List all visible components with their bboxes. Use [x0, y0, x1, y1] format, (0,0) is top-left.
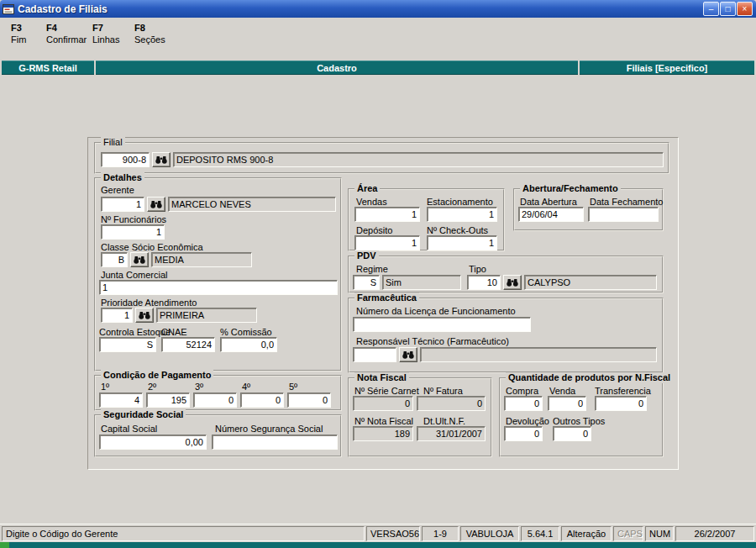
toolbar-key-f8: F8: [134, 22, 165, 34]
maximize-button[interactable]: □: [720, 2, 736, 16]
data-fechamento-input[interactable]: [588, 207, 659, 222]
toolbar-label-confirmar: Confirmar: [46, 34, 87, 45]
toolbar-item-confirmar[interactable]: F4 Confirmar: [46, 22, 87, 45]
statusbar-version: VERSAO565: [366, 526, 420, 541]
nota-fiscal-display: 189: [353, 426, 413, 441]
cnae-label: CNAE: [161, 327, 187, 337]
responsavel-lookup-button[interactable]: [399, 347, 417, 362]
tipo-label: Tipo: [469, 264, 486, 274]
statusbar-build: 5.64.1: [521, 526, 559, 541]
binoculars-icon: [507, 278, 518, 287]
header-screen-title: Filiais [Especifico]: [580, 61, 754, 75]
responsavel-code-input[interactable]: [353, 347, 396, 362]
data-abertura-label: Data Abertura: [520, 197, 577, 207]
estacionamento-label: Estacionamento: [427, 197, 493, 207]
binoculars-icon: [402, 350, 414, 359]
responsavel-label: Responsável Técnico (Farmacêutico): [356, 336, 509, 346]
devolucao-label: Devolução: [506, 416, 549, 426]
binoculars-icon: [139, 311, 150, 319]
nota-fiscal-label: Nº Nota Fiscal: [354, 416, 413, 426]
group-quantidade-legend: Quantidade de produtos por N.Fiscal: [506, 372, 673, 383]
header-app-name: G-RMS Retail: [2, 61, 94, 75]
toolbar-key-f7: F7: [92, 22, 119, 34]
numero-seguranca-label: Número Segurança Social: [215, 424, 323, 434]
minimize-button[interactable]: –: [703, 2, 719, 16]
licenca-label: Número da Licença de Funcionamento: [356, 306, 516, 316]
gerente-lookup-button[interactable]: [147, 197, 165, 212]
filial-lookup-button[interactable]: [152, 152, 171, 167]
toolbar-item-secoes[interactable]: F8 Seções: [134, 22, 165, 45]
window-title: Cadastro de Filiais: [18, 3, 108, 15]
condicao-2-input[interactable]: [146, 393, 190, 408]
statusbar-num-indicator: NUM: [645, 526, 674, 541]
condicao-4-input[interactable]: [240, 393, 284, 408]
junta-comercial-input[interactable]: [99, 280, 338, 295]
close-button[interactable]: ×: [737, 2, 753, 16]
toolbar-item-fim[interactable]: F3 Fim: [11, 22, 26, 45]
gerente-label: Gerente: [101, 185, 134, 195]
venda-label: Venda: [549, 386, 575, 396]
numero-seguranca-input[interactable]: [212, 435, 338, 450]
devolucao-input[interactable]: [504, 426, 543, 441]
capital-social-input[interactable]: [99, 435, 207, 450]
regime-code-input[interactable]: [353, 275, 380, 290]
junta-comercial-label: Junta Comercial: [101, 270, 167, 280]
funcionarios-label: Nº Funcionários: [101, 214, 166, 224]
capital-social-label: Capital Social: [101, 424, 157, 434]
group-nota-fiscal-legend: Nota Fiscal: [354, 372, 409, 383]
toolbar-item-linhas[interactable]: F7 Linhas: [92, 22, 119, 45]
group-farmaceutica-legend: Farmacêutica: [354, 292, 419, 303]
group-area-legend: Área: [354, 183, 380, 194]
estacionamento-input[interactable]: [427, 207, 497, 222]
group-seguridade-legend: Seguridade Social: [101, 409, 186, 420]
data-abertura-input[interactable]: [518, 207, 584, 222]
classe-lookup-button[interactable]: [130, 252, 149, 267]
cnae-input[interactable]: [161, 337, 215, 352]
prioridade-lookup-button[interactable]: [135, 308, 154, 323]
funcionarios-input[interactable]: [101, 224, 165, 240]
deposito-input[interactable]: [354, 235, 420, 250]
dtult-label: Dt.Ult.N.F.: [423, 416, 465, 426]
condicao-5-label: 5º: [289, 382, 297, 392]
deposito-label: Depósito: [356, 225, 392, 235]
condicao-1-label: 1º: [101, 382, 109, 392]
data-fechamento-label: Data Fechamento: [590, 197, 663, 207]
header-module-title: Cadastro: [96, 61, 578, 75]
group-pdv-legend: PDV: [354, 250, 379, 261]
classe-code-input[interactable]: [101, 252, 128, 267]
controla-estoque-input[interactable]: [99, 337, 156, 352]
outros-tipos-input[interactable]: [553, 426, 591, 441]
filial-name-display: DEPOSITO RMS 900-8: [173, 152, 664, 167]
responsavel-name-display: [420, 347, 657, 362]
tipo-code-input[interactable]: [467, 275, 501, 290]
condicao-1-input[interactable]: [99, 393, 143, 408]
comissao-input[interactable]: [220, 337, 277, 352]
filial-code-input[interactable]: [101, 152, 150, 167]
venda-input[interactable]: [548, 396, 586, 411]
tipo-lookup-button[interactable]: [503, 275, 522, 290]
toolbar-label-fim: Fim: [11, 34, 26, 45]
binoculars-icon: [134, 256, 145, 264]
outros-tipos-label: Outros Tipos: [553, 416, 605, 426]
gerente-code-input[interactable]: [101, 197, 144, 212]
condicao-3-label: 3º: [195, 382, 203, 392]
regime-label: Regime: [356, 264, 388, 274]
transferencia-input[interactable]: [595, 396, 647, 411]
condicao-3-input[interactable]: [193, 393, 237, 408]
compra-input[interactable]: [504, 396, 543, 411]
group-condicao-legend: Condição de Pagamento: [101, 370, 213, 381]
tipo-name-display: CALYPSO: [524, 275, 657, 290]
fatura-label: Nº Fatura: [423, 386, 463, 396]
licenca-input[interactable]: [353, 317, 531, 332]
status-bar: Digite o Código do Gerente VERSAO565 1-9…: [0, 524, 756, 543]
condicao-5-input[interactable]: [287, 393, 331, 408]
prioridade-label: Prioridade Atendimento: [101, 298, 197, 308]
group-abertura-legend: Abertura/Fechamento: [520, 183, 621, 194]
start-button-fragment[interactable]: [0, 542, 9, 548]
statusbar-user: VABULOJA: [460, 526, 519, 541]
vendas-input[interactable]: [354, 207, 420, 222]
checkouts-input[interactable]: [427, 235, 497, 250]
prioridade-code-input[interactable]: [101, 308, 133, 323]
classe-label: Classe Sócio Econômica: [101, 242, 203, 252]
statusbar-range: 1-9: [422, 526, 459, 541]
